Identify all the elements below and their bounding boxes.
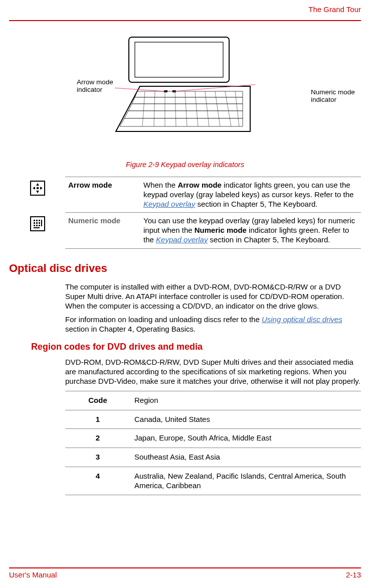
region-code: 1 — [65, 410, 130, 429]
arrow-mode-description: When the Arrow mode indicator lights gre… — [142, 177, 361, 213]
page-footer: User's Manual 2-13 — [9, 567, 361, 579]
heading-optical-disc-drives: Optical disc drives — [9, 262, 361, 275]
definition-row-arrow: Arrow mode When the Arrow mode indicator… — [65, 177, 361, 213]
svg-rect-16 — [37, 187, 39, 189]
numeric-mode-label: Numeric mode — [67, 213, 142, 248]
keypad-overlay-link-2[interactable]: Keypad overlay — [156, 235, 208, 244]
svg-rect-28 — [36, 225, 38, 226]
chapter-title: The Grand Tour — [308, 5, 361, 14]
footer-manual-label: User's Manual — [9, 570, 57, 579]
laptop-illustration — [115, 31, 255, 141]
svg-rect-29 — [39, 225, 40, 226]
svg-marker-18 — [36, 191, 39, 193]
header-region: Region — [130, 391, 361, 410]
svg-marker-19 — [33, 187, 35, 190]
numeric-mode-description: You can use the keypad overlay (gray lab… — [142, 213, 361, 248]
arrow-mode-label: Arrow mode — [67, 177, 142, 213]
definition-row-numeric: Numeric mode You can use the keypad over… — [65, 213, 361, 248]
table-row: 2 Japan, Europe, South Africa, Middle Ea… — [65, 429, 361, 448]
region-code: 2 — [65, 429, 130, 448]
svg-rect-22 — [36, 220, 38, 221]
region-name: Australia, New Zealand, Pacific Islands,… — [130, 467, 361, 495]
svg-rect-25 — [36, 222, 38, 224]
svg-rect-23 — [39, 220, 40, 221]
arrow-mode-icon — [30, 181, 45, 196]
optical-reference-paragraph: For information on loading and unloading… — [65, 315, 361, 334]
table-row: 3 Southeast Asia, East Asia — [65, 448, 361, 467]
table-row: 4 Australia, New Zealand, Pacific Island… — [65, 467, 361, 495]
svg-marker-20 — [40, 187, 43, 190]
callout-numeric-mode: Numeric mode indicator — [311, 89, 361, 104]
indicator-definitions-table: Arrow mode When the Arrow mode indicator… — [65, 177, 361, 249]
heading-region-codes: Region codes for DVD drives and media — [31, 342, 361, 352]
figure-keypad-overlay: Arrow mode indicator Numeric mode indica… — [9, 31, 361, 157]
keypad-overlay-link[interactable]: Keypad overlay — [143, 200, 195, 208]
svg-rect-30 — [41, 220, 42, 226]
svg-rect-31 — [34, 227, 40, 228]
region-name: Southeast Asia, East Asia — [130, 448, 361, 467]
region-code: 4 — [65, 467, 130, 495]
region-code: 3 — [65, 448, 130, 467]
svg-rect-24 — [34, 222, 35, 224]
figure-caption: Figure 2-9 Keypad overlay indicators — [9, 161, 361, 169]
svg-rect-27 — [34, 225, 35, 226]
header-code: Code — [65, 391, 130, 410]
using-optical-disc-drives-link[interactable]: Using optical disc drives — [262, 315, 342, 324]
svg-rect-26 — [39, 222, 40, 224]
region-name: Japan, Europe, South Africa, Middle East — [130, 429, 361, 448]
numeric-mode-icon — [30, 216, 45, 231]
region-codes-paragraph: DVD-ROM, DVD-ROM&CD-R/RW, DVD Super Mult… — [65, 357, 361, 386]
table-row: 1 Canada, United States — [65, 410, 361, 429]
svg-marker-17 — [36, 183, 39, 186]
optical-intro-paragraph: The computer is installed with either a … — [65, 282, 361, 311]
table-header-row: Code Region — [65, 391, 361, 410]
footer-page-number: 2-13 — [346, 570, 361, 579]
svg-rect-1 — [135, 42, 223, 77]
callout-arrow-mode: Arrow mode indicator — [77, 79, 122, 94]
header-rule — [9, 20, 361, 21]
svg-rect-21 — [34, 220, 35, 221]
region-codes-table: Code Region 1 Canada, United States 2 Ja… — [65, 391, 361, 496]
region-name: Canada, United States — [130, 410, 361, 429]
